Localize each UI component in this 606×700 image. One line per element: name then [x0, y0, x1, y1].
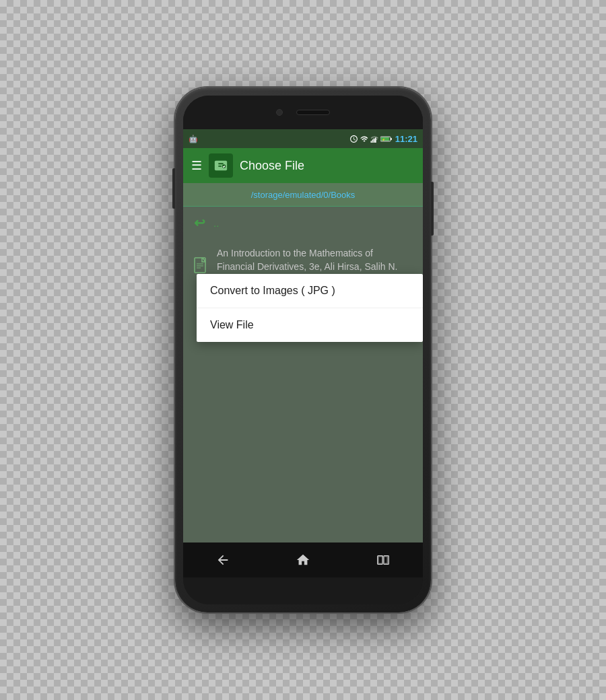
back-nav-icon	[215, 553, 230, 567]
top-bezel	[183, 96, 423, 129]
home-nav-icon	[296, 553, 310, 567]
alarm-icon	[349, 135, 358, 143]
signal-icon	[370, 135, 379, 143]
back-nav-button[interactable]	[206, 547, 240, 573]
app-logo-icon	[213, 158, 228, 173]
svg-rect-1	[372, 139, 373, 142]
hamburger-menu-icon[interactable]: ☰	[191, 158, 202, 173]
bottom-nav	[183, 542, 423, 578]
status-icons: ⚡	[349, 135, 393, 143]
status-right: ⚡ 11:21	[349, 134, 417, 144]
speaker-grille	[296, 110, 330, 115]
android-notification-icon: 🤖	[189, 134, 198, 143]
context-menu-overlay[interactable]: Convert to Images ( JPG ) View File	[183, 207, 423, 542]
app-bar: ☰ Choose File	[183, 148, 423, 183]
status-time: 11:21	[395, 134, 417, 144]
svg-rect-5	[391, 138, 392, 140]
recents-nav-icon	[376, 553, 391, 567]
screen: 🤖	[183, 129, 423, 578]
wifi-icon	[360, 135, 369, 143]
file-list: ↩ .. An Introd	[183, 207, 423, 542]
current-path: /storage/emulated/0/Books	[251, 190, 356, 200]
path-bar: /storage/emulated/0/Books	[183, 183, 423, 207]
status-left: 🤖	[189, 134, 198, 143]
context-menu-item-convert[interactable]: Convert to Images ( JPG )	[197, 274, 423, 308]
front-camera	[276, 109, 283, 116]
context-menu-item-view[interactable]: View File	[197, 308, 423, 342]
home-nav-button[interactable]	[286, 547, 320, 573]
battery-icon: ⚡	[380, 135, 393, 143]
recents-nav-button[interactable]	[366, 547, 400, 573]
svg-rect-3	[375, 137, 376, 143]
status-bar: 🤖	[183, 129, 423, 148]
svg-rect-0	[370, 141, 372, 143]
app-title: Choose File	[240, 159, 304, 173]
phone-device: 🤖	[175, 88, 431, 612]
phone-inner: 🤖	[183, 96, 423, 604]
context-menu: Convert to Images ( JPG ) View File	[197, 274, 423, 342]
bottom-bezel	[183, 578, 423, 604]
app-icon	[209, 153, 233, 178]
svg-rect-2	[374, 138, 375, 142]
